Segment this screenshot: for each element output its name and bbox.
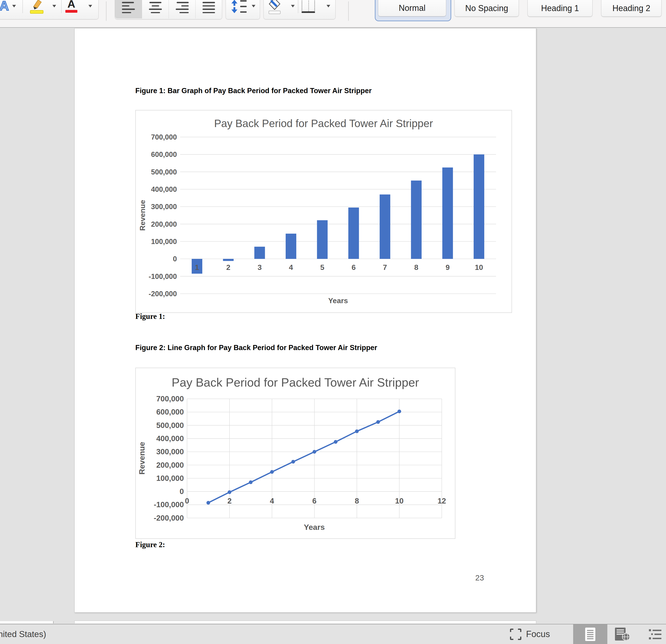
line-spacing-icon[interactable] (230, 0, 248, 15)
outline-view-icon (648, 629, 662, 640)
print-layout-view-button[interactable] (573, 624, 607, 644)
font-effects-group: A A (0, 0, 99, 19)
status-bar: nited States) Focus (0, 624, 666, 644)
language-status[interactable]: nited States) (0, 624, 46, 644)
y-tick-label: 100,000 (151, 238, 177, 245)
y-axis-title: Revenue (137, 442, 146, 475)
font-color-swatch (65, 10, 77, 13)
bar (411, 181, 422, 259)
y-tick-label: 200,000 (156, 461, 184, 469)
x-tick-label: 1 (195, 263, 199, 272)
x-tick-label: 7 (383, 263, 387, 272)
x-tick-label: 6 (312, 496, 316, 505)
font-color-dropdown-arrow[interactable] (88, 5, 92, 7)
y-tick-label: 500,000 (156, 421, 184, 429)
figure2-caption[interactable]: Figure 2: Line Graph for Pay Back Period… (135, 344, 377, 352)
bar (254, 247, 265, 259)
y-tick-label: 700,000 (156, 394, 184, 403)
align-right-button[interactable] (169, 0, 196, 18)
highlight-dropdown-arrow[interactable] (52, 5, 56, 7)
print-layout-icon (585, 627, 596, 642)
chart-title: Pay Back Period for Packed Tower Air Str… (214, 117, 433, 130)
x-tick-label: 10 (395, 496, 404, 505)
web-layout-icon (614, 627, 631, 642)
x-axis-title: Years (304, 523, 325, 531)
next-page-edge (74, 621, 536, 624)
figure1-caption[interactable]: Figure 1: Bar Graph of Pay Back Period f… (135, 87, 371, 95)
document-page[interactable]: Figure 1: Bar Graph of Pay Back Period f… (74, 28, 536, 613)
divider (22, 0, 23, 13)
line-spacing-dropdown-arrow[interactable] (252, 5, 256, 7)
justify-icon (203, 2, 215, 13)
chart-title: Pay Back Period for Packed Tower Air Str… (172, 376, 419, 389)
bar-chart-object[interactable]: 700,000600,000500,000400,000300,000200,0… (135, 110, 512, 313)
align-left-icon (122, 2, 135, 13)
text-effects-icon[interactable]: A (0, 0, 9, 13)
line-spacing-group (226, 0, 260, 19)
y-tick-label: 300,000 (151, 203, 177, 211)
style-button-normal[interactable]: Normal (378, 0, 446, 16)
divider (61, 0, 62, 13)
bar (317, 220, 328, 259)
ribbon-separator (348, 1, 349, 21)
borders-dropdown-arrow[interactable] (327, 5, 330, 7)
style-button-no-spacing[interactable]: No Spacing (454, 0, 519, 17)
fill-color-icon[interactable] (267, 0, 282, 16)
figure1-label[interactable]: Figure 1: (135, 312, 165, 321)
y-tick-label: 200,000 (151, 220, 177, 228)
data-point (355, 429, 358, 433)
page-number[interactable]: 23 (475, 573, 484, 582)
outline-view-button[interactable] (646, 624, 665, 644)
borders-icon[interactable] (302, 0, 315, 13)
alignment-group (115, 0, 222, 19)
focus-label: Focus (526, 629, 550, 639)
x-axis-title: Years (328, 296, 348, 305)
line-chart: 700,000600,000500,000400,000300,000200,0… (136, 368, 455, 538)
bar (474, 154, 484, 259)
style-button-heading-2[interactable]: Heading 2 (601, 0, 662, 17)
line-chart-object[interactable]: 700,000600,000500,000400,000300,000200,0… (135, 368, 455, 539)
align-center-button[interactable] (142, 0, 169, 18)
font-color-icon[interactable]: A (65, 0, 77, 13)
y-axis-title: Revenue (138, 200, 147, 231)
x-tick-label: 12 (438, 496, 446, 505)
bar (442, 168, 453, 259)
word-window: A A (0, 0, 666, 644)
y-tick-label: -100,000 (149, 272, 177, 281)
align-left-button[interactable] (115, 0, 142, 18)
bar-chart: 700,000600,000500,000400,000300,000200,0… (136, 111, 511, 312)
data-point (249, 480, 252, 484)
data-point (292, 460, 295, 463)
align-center-icon (149, 2, 162, 13)
bar (380, 194, 390, 259)
y-tick-label: 400,000 (151, 185, 177, 193)
fill-dropdown-arrow[interactable] (291, 5, 295, 7)
y-tick-label: 600,000 (151, 150, 177, 158)
y-tick-label: 600,000 (156, 408, 184, 416)
y-tick-label: -100,000 (154, 500, 184, 509)
divider (298, 0, 298, 13)
bar (286, 234, 296, 259)
y-tick-label: 700,000 (151, 133, 177, 141)
focus-button[interactable]: Focus (509, 624, 550, 644)
focus-icon (509, 628, 522, 641)
x-tick-label: 3 (258, 263, 262, 272)
align-right-icon (176, 2, 189, 13)
x-tick-label: 8 (414, 263, 418, 272)
x-tick-label: 0 (185, 496, 189, 505)
viewport-corner (0, 621, 54, 624)
style-button-heading-1[interactable]: Heading 1 (527, 0, 593, 17)
data-point (376, 420, 380, 424)
x-tick-label: 9 (445, 263, 450, 272)
trend-line (208, 411, 399, 503)
text-effects-dropdown-arrow[interactable] (12, 5, 16, 7)
y-tick-label: 100,000 (156, 474, 184, 482)
x-tick-label: 2 (226, 263, 230, 272)
highlight-icon[interactable] (29, 0, 45, 16)
x-tick-label: 6 (351, 263, 356, 272)
figure2-label[interactable]: Figure 2: (135, 541, 165, 549)
web-layout-view-button[interactable] (612, 624, 633, 644)
justify-button[interactable] (195, 0, 222, 18)
x-tick-label: 4 (289, 263, 293, 272)
ribbon: A A (0, 0, 666, 28)
